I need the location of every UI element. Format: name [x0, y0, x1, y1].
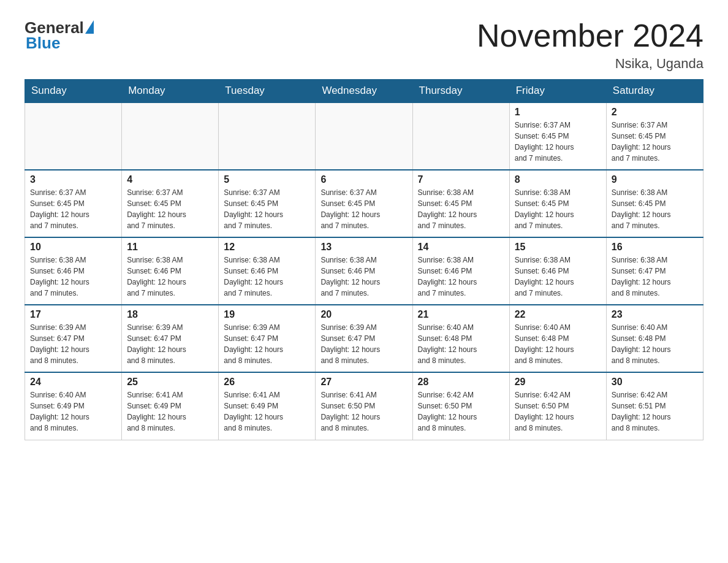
calendar-day-cell: 23Sunrise: 6:40 AMSunset: 6:48 PMDayligh… [606, 305, 703, 372]
day-info: Sunrise: 6:38 AMSunset: 6:46 PMDaylight:… [30, 255, 116, 299]
day-number: 8 [515, 174, 601, 185]
calendar-day-cell: 3Sunrise: 6:37 AMSunset: 6:45 PMDaylight… [25, 170, 122, 237]
calendar-day-cell: 2Sunrise: 6:37 AMSunset: 6:45 PMDaylight… [606, 102, 703, 170]
calendar-day-cell: 28Sunrise: 6:42 AMSunset: 6:50 PMDayligh… [412, 372, 509, 440]
calendar-day-cell: 15Sunrise: 6:38 AMSunset: 6:46 PMDayligh… [509, 237, 606, 305]
day-info: Sunrise: 6:40 AMSunset: 6:49 PMDaylight:… [30, 389, 116, 434]
calendar-day-cell [219, 102, 316, 170]
page-header: General Blue November 2024 Nsika, Uganda [25, 18, 703, 72]
day-info: Sunrise: 6:38 AMSunset: 6:46 PMDaylight:… [224, 255, 310, 299]
calendar-week-row: 3Sunrise: 6:37 AMSunset: 6:45 PMDaylight… [25, 170, 703, 237]
day-number: 16 [612, 242, 698, 253]
calendar-day-cell: 10Sunrise: 6:38 AMSunset: 6:46 PMDayligh… [25, 237, 122, 305]
day-info: Sunrise: 6:37 AMSunset: 6:45 PMDaylight:… [127, 187, 213, 231]
day-info: Sunrise: 6:38 AMSunset: 6:46 PMDaylight:… [515, 255, 601, 299]
day-number: 2 [612, 107, 698, 118]
day-info: Sunrise: 6:39 AMSunset: 6:47 PMDaylight:… [127, 322, 213, 366]
calendar-day-cell: 24Sunrise: 6:40 AMSunset: 6:49 PMDayligh… [25, 372, 122, 440]
calendar-day-cell: 17Sunrise: 6:39 AMSunset: 6:47 PMDayligh… [25, 305, 122, 372]
day-number: 7 [418, 174, 504, 185]
day-info: Sunrise: 6:37 AMSunset: 6:45 PMDaylight:… [224, 187, 310, 231]
calendar-day-cell: 27Sunrise: 6:41 AMSunset: 6:50 PMDayligh… [316, 372, 412, 440]
day-number: 22 [515, 309, 601, 320]
title-block: November 2024 Nsika, Uganda [477, 18, 703, 72]
calendar-day-cell [122, 102, 219, 170]
day-info: Sunrise: 6:38 AMSunset: 6:47 PMDaylight:… [612, 255, 698, 299]
day-number: 29 [515, 377, 601, 388]
calendar-day-cell: 25Sunrise: 6:41 AMSunset: 6:49 PMDayligh… [122, 372, 219, 440]
day-info: Sunrise: 6:39 AMSunset: 6:47 PMDaylight:… [30, 322, 116, 366]
calendar-day-cell: 8Sunrise: 6:38 AMSunset: 6:45 PMDaylight… [509, 170, 606, 237]
day-info: Sunrise: 6:39 AMSunset: 6:47 PMDaylight:… [320, 322, 407, 366]
day-info: Sunrise: 6:41 AMSunset: 6:49 PMDaylight:… [224, 389, 310, 434]
day-info: Sunrise: 6:37 AMSunset: 6:45 PMDaylight:… [320, 187, 407, 231]
calendar-week-row: 1Sunrise: 6:37 AMSunset: 6:45 PMDaylight… [25, 102, 703, 170]
day-of-week-header: Wednesday [316, 80, 412, 103]
day-info: Sunrise: 6:42 AMSunset: 6:50 PMDaylight:… [515, 389, 601, 434]
day-info: Sunrise: 6:41 AMSunset: 6:49 PMDaylight:… [127, 389, 213, 434]
day-of-week-header: Saturday [606, 80, 703, 103]
calendar-day-cell: 21Sunrise: 6:40 AMSunset: 6:48 PMDayligh… [412, 305, 509, 372]
day-info: Sunrise: 6:39 AMSunset: 6:47 PMDaylight:… [224, 322, 310, 366]
day-info: Sunrise: 6:38 AMSunset: 6:46 PMDaylight:… [127, 255, 213, 299]
calendar-day-cell: 30Sunrise: 6:42 AMSunset: 6:51 PMDayligh… [606, 372, 703, 440]
day-number: 10 [30, 242, 116, 253]
day-info: Sunrise: 6:41 AMSunset: 6:50 PMDaylight:… [320, 389, 407, 434]
logo-triangle-icon [85, 20, 94, 34]
logo: General Blue [25, 18, 94, 53]
calendar-day-cell: 1Sunrise: 6:37 AMSunset: 6:45 PMDaylight… [509, 102, 606, 170]
day-number: 17 [30, 309, 116, 320]
day-number: 9 [612, 174, 698, 185]
calendar-week-row: 10Sunrise: 6:38 AMSunset: 6:46 PMDayligh… [25, 237, 703, 305]
calendar-day-cell [25, 102, 122, 170]
calendar-day-cell: 18Sunrise: 6:39 AMSunset: 6:47 PMDayligh… [122, 305, 219, 372]
day-of-week-header: Thursday [412, 80, 509, 103]
calendar-day-cell: 14Sunrise: 6:38 AMSunset: 6:46 PMDayligh… [412, 237, 509, 305]
calendar-day-cell: 20Sunrise: 6:39 AMSunset: 6:47 PMDayligh… [316, 305, 412, 372]
day-info: Sunrise: 6:38 AMSunset: 6:45 PMDaylight:… [515, 187, 601, 231]
calendar-week-row: 17Sunrise: 6:39 AMSunset: 6:47 PMDayligh… [25, 305, 703, 372]
calendar-day-cell: 29Sunrise: 6:42 AMSunset: 6:50 PMDayligh… [509, 372, 606, 440]
day-number: 6 [320, 174, 407, 185]
day-number: 12 [224, 242, 310, 253]
day-info: Sunrise: 6:38 AMSunset: 6:45 PMDaylight:… [612, 187, 698, 231]
day-info: Sunrise: 6:40 AMSunset: 6:48 PMDaylight:… [612, 322, 698, 366]
day-info: Sunrise: 6:37 AMSunset: 6:45 PMDaylight:… [30, 187, 116, 231]
calendar-table: SundayMondayTuesdayWednesdayThursdayFrid… [25, 79, 703, 440]
logo-blue-text: Blue [26, 34, 60, 53]
day-number: 28 [418, 377, 504, 388]
day-number: 25 [127, 377, 213, 388]
day-info: Sunrise: 6:37 AMSunset: 6:45 PMDaylight:… [612, 120, 698, 164]
day-number: 18 [127, 309, 213, 320]
calendar-day-cell: 19Sunrise: 6:39 AMSunset: 6:47 PMDayligh… [219, 305, 316, 372]
calendar-day-cell: 13Sunrise: 6:38 AMSunset: 6:46 PMDayligh… [316, 237, 412, 305]
calendar-day-cell: 9Sunrise: 6:38 AMSunset: 6:45 PMDaylight… [606, 170, 703, 237]
calendar-day-cell: 26Sunrise: 6:41 AMSunset: 6:49 PMDayligh… [219, 372, 316, 440]
calendar-day-cell [316, 102, 412, 170]
day-number: 30 [612, 377, 698, 388]
day-number: 27 [320, 377, 407, 388]
calendar-day-cell: 22Sunrise: 6:40 AMSunset: 6:48 PMDayligh… [509, 305, 606, 372]
calendar-day-cell [412, 102, 509, 170]
calendar-day-cell: 11Sunrise: 6:38 AMSunset: 6:46 PMDayligh… [122, 237, 219, 305]
day-info: Sunrise: 6:42 AMSunset: 6:51 PMDaylight:… [612, 389, 698, 434]
calendar-day-cell: 4Sunrise: 6:37 AMSunset: 6:45 PMDaylight… [122, 170, 219, 237]
day-of-week-header: Sunday [25, 80, 122, 103]
day-number: 24 [30, 377, 116, 388]
day-number: 4 [127, 174, 213, 185]
day-info: Sunrise: 6:38 AMSunset: 6:46 PMDaylight:… [418, 255, 504, 299]
calendar-week-row: 24Sunrise: 6:40 AMSunset: 6:49 PMDayligh… [25, 372, 703, 440]
calendar-day-cell: 12Sunrise: 6:38 AMSunset: 6:46 PMDayligh… [219, 237, 316, 305]
day-of-week-header: Monday [122, 80, 219, 103]
day-number: 15 [515, 242, 601, 253]
day-number: 5 [224, 174, 310, 185]
day-number: 1 [515, 107, 601, 118]
day-info: Sunrise: 6:38 AMSunset: 6:46 PMDaylight:… [320, 255, 407, 299]
calendar-day-cell: 16Sunrise: 6:38 AMSunset: 6:47 PMDayligh… [606, 237, 703, 305]
day-info: Sunrise: 6:42 AMSunset: 6:50 PMDaylight:… [418, 389, 504, 434]
day-info: Sunrise: 6:40 AMSunset: 6:48 PMDaylight:… [515, 322, 601, 366]
day-number: 19 [224, 309, 310, 320]
calendar-header-row: SundayMondayTuesdayWednesdayThursdayFrid… [25, 80, 703, 103]
day-number: 3 [30, 174, 116, 185]
day-number: 20 [320, 309, 407, 320]
